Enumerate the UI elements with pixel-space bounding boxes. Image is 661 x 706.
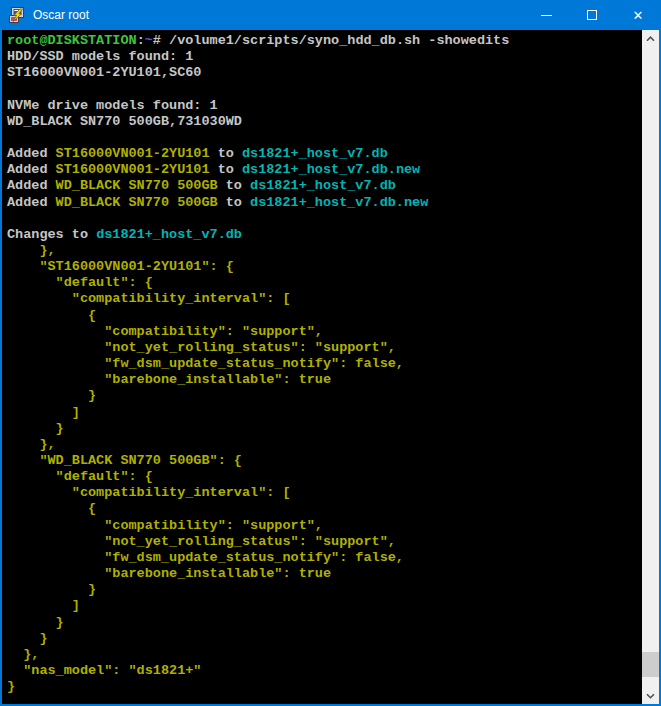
terminal-line: } — [7, 582, 642, 598]
terminal-line: ] — [7, 598, 642, 614]
minimize-button[interactable] — [523, 0, 569, 30]
window-title: Oscar root — [33, 8, 523, 22]
terminal-line: "barebone_installable": true — [7, 372, 642, 388]
terminal-area: root@DISKSTATION:~# /volume1/scripts/syn… — [2, 30, 659, 704]
terminal-line: }, — [7, 647, 642, 663]
terminal-line: ST16000VN001-2YU101,SC60 — [7, 65, 642, 81]
putty-terminal-window: Oscar root ✕ root@DISKSTATION:~# /volume… — [0, 0, 661, 706]
titlebar[interactable]: Oscar root ✕ — [0, 0, 661, 30]
scroll-down-button[interactable] — [642, 687, 659, 704]
terminal-line: NVMe drive models found: 1 — [7, 98, 642, 114]
terminal-line: } — [7, 388, 642, 404]
terminal-line: } — [7, 421, 642, 437]
terminal-line: "barebone_installable": true — [7, 566, 642, 582]
terminal-line: { — [7, 308, 642, 324]
terminal-line: Added WD_BLACK SN770 500GB to ds1821+_ho… — [7, 195, 642, 211]
terminal-line: HDD/SSD models found: 1 — [7, 49, 642, 65]
scroll-up-button[interactable] — [642, 30, 659, 47]
terminal-line: "default": { — [7, 275, 642, 291]
terminal-line: }, — [7, 437, 642, 453]
terminal-output[interactable]: root@DISKSTATION:~# /volume1/scripts/syn… — [2, 30, 642, 704]
scrollbar-thumb[interactable] — [642, 652, 659, 677]
terminal-line — [7, 211, 642, 227]
vertical-scrollbar[interactable] — [642, 30, 659, 704]
terminal-line: } — [7, 615, 642, 631]
terminal-line: "fw_dsm_update_status_notify": false, — [7, 550, 642, 566]
terminal-line: ] — [7, 405, 642, 421]
terminal-line: { — [7, 501, 642, 517]
chevron-up-icon — [646, 36, 655, 42]
close-icon: ✕ — [633, 9, 644, 22]
terminal-line: "not_yet_rolling_status": "support", — [7, 340, 642, 356]
terminal-line: Added WD_BLACK SN770 500GB to ds1821+_ho… — [7, 178, 642, 194]
terminal-line: root@DISKSTATION:~# /volume1/scripts/syn… — [7, 33, 642, 49]
terminal-line: "compatibility": "support", — [7, 324, 642, 340]
terminal-line: Changes to ds1821+_host_v7.db — [7, 227, 642, 243]
terminal-line: WD_BLACK SN770 500GB,731030WD — [7, 114, 642, 130]
terminal-line: }, — [7, 243, 642, 259]
terminal-line: } — [7, 631, 642, 647]
terminal-line — [7, 81, 642, 97]
terminal-line: "compatibility_interval": [ — [7, 485, 642, 501]
terminal-line: "compatibility_interval": [ — [7, 291, 642, 307]
terminal-line: } — [7, 679, 642, 695]
minimize-icon — [541, 15, 552, 16]
close-button[interactable]: ✕ — [615, 0, 661, 30]
terminal-line: "WD_BLACK SN770 500GB": { — [7, 453, 642, 469]
terminal-line — [7, 130, 642, 146]
terminal-line: "nas_model": "ds1821+" — [7, 663, 642, 679]
terminal-line: Added ST16000VN001-2YU101 to ds1821+_hos… — [7, 162, 642, 178]
putty-app-icon[interactable] — [9, 7, 25, 23]
terminal-line: "not_yet_rolling_status": "support", — [7, 534, 642, 550]
maximize-icon — [587, 10, 597, 20]
terminal-line: Added ST16000VN001-2YU101 to ds1821+_hos… — [7, 146, 642, 162]
terminal-line: "default": { — [7, 469, 642, 485]
maximize-button[interactable] — [569, 0, 615, 30]
chevron-down-icon — [646, 693, 655, 699]
terminal-line: "compatibility": "support", — [7, 518, 642, 534]
terminal-line: "ST16000VN001-2YU101": { — [7, 259, 642, 275]
terminal-line: "fw_dsm_update_status_notify": false, — [7, 356, 642, 372]
